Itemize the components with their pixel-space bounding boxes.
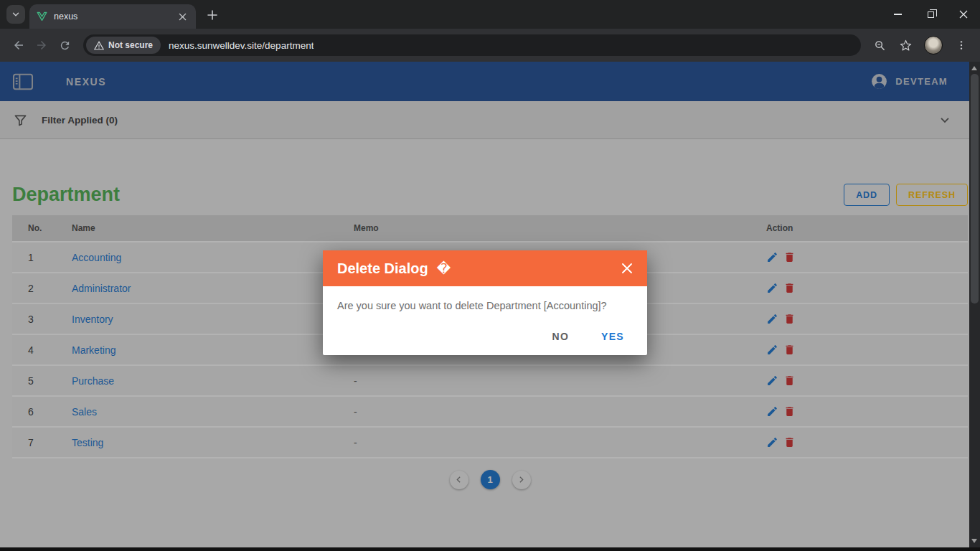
star-icon [900, 39, 912, 52]
window-minimize-button[interactable] [881, 0, 914, 29]
scroll-down-arrow-icon[interactable] [971, 539, 977, 543]
replacement-char-glyph: � [437, 260, 451, 277]
toolbar-right [868, 34, 973, 57]
dialog-footer: NO YES [323, 311, 647, 355]
scrollbar-thumb[interactable] [971, 74, 979, 303]
browser-toolbar: Not secure nexus.sunwelldev.site/departm… [0, 29, 980, 62]
arrow-back-icon [12, 39, 25, 52]
minimize-icon [894, 14, 902, 15]
window-controls [881, 0, 980, 29]
reload-icon [59, 39, 71, 52]
warning-icon [94, 41, 104, 50]
arrow-forward-icon [35, 39, 48, 52]
window-restore-button[interactable] [914, 0, 947, 29]
vertical-scrollbar[interactable] [969, 62, 980, 547]
vue-favicon-icon [37, 11, 47, 22]
dialog-no-button[interactable]: NO [552, 331, 569, 342]
new-tab-button[interactable] [203, 6, 222, 24]
dialog-message: Are you sure you want to delete Departme… [323, 286, 647, 311]
tab-title: nexus [54, 11, 176, 22]
plus-icon [207, 10, 217, 20]
close-icon [621, 263, 633, 274]
security-label: Not secure [108, 40, 153, 50]
tab-close-icon[interactable] [176, 10, 189, 23]
dialog-title: Delete Dialog [337, 260, 428, 277]
url-text: nexus.sunwelldev.site/department [169, 40, 314, 51]
delete-dialog: Delete Dialog � Are you sure you want to… [323, 250, 647, 355]
dialog-close-button[interactable] [621, 263, 633, 274]
restore-icon [928, 11, 934, 18]
scroll-up-arrow-icon[interactable] [971, 66, 977, 70]
chevron-down-icon [11, 9, 21, 19]
kebab-menu-icon [956, 39, 967, 51]
profile-avatar[interactable] [924, 36, 943, 55]
back-button[interactable] [7, 34, 30, 57]
browser-tab-nexus[interactable]: nexus [29, 4, 196, 29]
dialog-header: Delete Dialog � [323, 250, 647, 286]
screen: nexus [0, 0, 980, 551]
reload-button[interactable] [53, 34, 76, 57]
bottom-edge-strip [0, 547, 980, 551]
window-close-button[interactable] [947, 0, 980, 29]
bookmark-button[interactable] [894, 34, 917, 57]
magnifier-icon [874, 39, 886, 52]
tab-search-button[interactable] [6, 5, 25, 24]
web-page: NEXUS DEVTEAM Filter Applied (0) [0, 62, 980, 551]
close-icon [959, 10, 968, 19]
browser-menu-button[interactable] [950, 34, 973, 57]
dialog-yes-button[interactable]: YES [601, 331, 624, 342]
security-chip[interactable]: Not secure [86, 37, 161, 54]
zoom-button[interactable] [868, 34, 891, 57]
forward-button[interactable] [30, 34, 53, 57]
browser-titlebar: nexus [0, 0, 980, 29]
address-bar[interactable]: Not secure nexus.sunwelldev.site/departm… [83, 34, 861, 56]
